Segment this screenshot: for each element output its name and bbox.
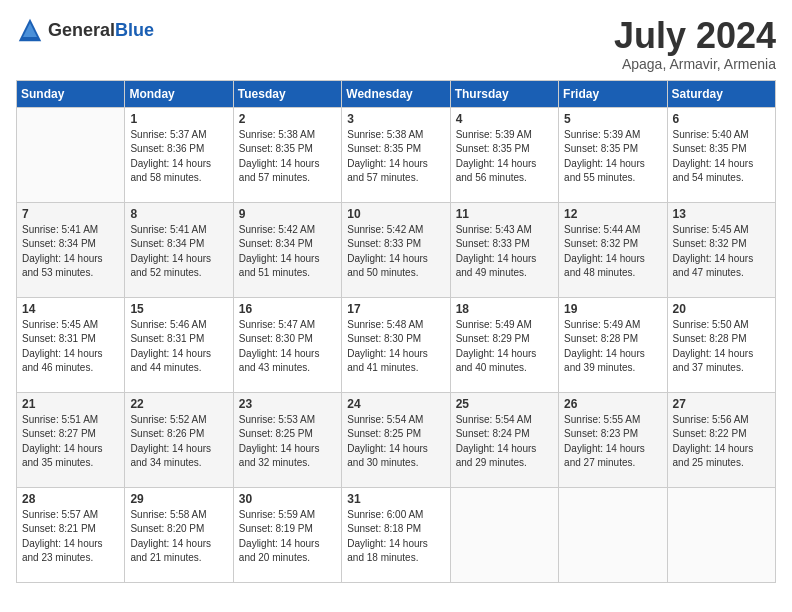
day-number: 28 — [22, 492, 119, 506]
calendar-day-cell: 4 Sunrise: 5:39 AM Sunset: 8:35 PM Dayli… — [450, 107, 558, 202]
day-info: Sunrise: 6:00 AM Sunset: 8:18 PM Dayligh… — [347, 508, 444, 566]
day-info: Sunrise: 5:46 AM Sunset: 8:31 PM Dayligh… — [130, 318, 227, 376]
daylight-text: Daylight: 14 hours and 57 minutes. — [239, 158, 320, 184]
calendar-table: SundayMondayTuesdayWednesdayThursdayFrid… — [16, 80, 776, 583]
day-number: 11 — [456, 207, 553, 221]
daylight-text: Daylight: 14 hours and 43 minutes. — [239, 348, 320, 374]
calendar-day-cell: 15 Sunrise: 5:46 AM Sunset: 8:31 PM Dayl… — [125, 297, 233, 392]
day-number: 8 — [130, 207, 227, 221]
calendar-day-cell: 7 Sunrise: 5:41 AM Sunset: 8:34 PM Dayli… — [17, 202, 125, 297]
sunset-text: Sunset: 8:27 PM — [22, 428, 96, 439]
sunset-text: Sunset: 8:31 PM — [22, 333, 96, 344]
daylight-text: Daylight: 14 hours and 35 minutes. — [22, 443, 103, 469]
calendar-day-cell: 13 Sunrise: 5:45 AM Sunset: 8:32 PM Dayl… — [667, 202, 775, 297]
daylight-text: Daylight: 14 hours and 21 minutes. — [130, 538, 211, 564]
sunset-text: Sunset: 8:35 PM — [456, 143, 530, 154]
weekday-header: Wednesday — [342, 80, 450, 107]
sunrise-text: Sunrise: 5:59 AM — [239, 509, 315, 520]
logo-text: GeneralBlue — [48, 20, 154, 41]
calendar-day-cell: 23 Sunrise: 5:53 AM Sunset: 8:25 PM Dayl… — [233, 392, 341, 487]
sunset-text: Sunset: 8:31 PM — [130, 333, 204, 344]
sunset-text: Sunset: 8:28 PM — [673, 333, 747, 344]
daylight-text: Daylight: 14 hours and 51 minutes. — [239, 253, 320, 279]
day-info: Sunrise: 5:53 AM Sunset: 8:25 PM Dayligh… — [239, 413, 336, 471]
day-info: Sunrise: 5:51 AM Sunset: 8:27 PM Dayligh… — [22, 413, 119, 471]
sunset-text: Sunset: 8:25 PM — [239, 428, 313, 439]
sunrise-text: Sunrise: 5:52 AM — [130, 414, 206, 425]
sunrise-text: Sunrise: 5:41 AM — [22, 224, 98, 235]
day-number: 7 — [22, 207, 119, 221]
daylight-text: Daylight: 14 hours and 55 minutes. — [564, 158, 645, 184]
sunrise-text: Sunrise: 5:57 AM — [22, 509, 98, 520]
day-number: 17 — [347, 302, 444, 316]
sunrise-text: Sunrise: 5:39 AM — [564, 129, 640, 140]
day-number: 19 — [564, 302, 661, 316]
day-number: 18 — [456, 302, 553, 316]
sunset-text: Sunset: 8:34 PM — [239, 238, 313, 249]
sunset-text: Sunset: 8:33 PM — [456, 238, 530, 249]
day-number: 9 — [239, 207, 336, 221]
calendar-day-cell: 20 Sunrise: 5:50 AM Sunset: 8:28 PM Dayl… — [667, 297, 775, 392]
day-number: 26 — [564, 397, 661, 411]
sunrise-text: Sunrise: 6:00 AM — [347, 509, 423, 520]
day-info: Sunrise: 5:42 AM Sunset: 8:34 PM Dayligh… — [239, 223, 336, 281]
sunset-text: Sunset: 8:35 PM — [564, 143, 638, 154]
daylight-text: Daylight: 14 hours and 25 minutes. — [673, 443, 754, 469]
daylight-text: Daylight: 14 hours and 53 minutes. — [22, 253, 103, 279]
month-title: July 2024 — [614, 16, 776, 56]
sunrise-text: Sunrise: 5:50 AM — [673, 319, 749, 330]
calendar-day-cell — [667, 487, 775, 582]
day-info: Sunrise: 5:44 AM Sunset: 8:32 PM Dayligh… — [564, 223, 661, 281]
daylight-text: Daylight: 14 hours and 44 minutes. — [130, 348, 211, 374]
sunset-text: Sunset: 8:36 PM — [130, 143, 204, 154]
daylight-text: Daylight: 14 hours and 23 minutes. — [22, 538, 103, 564]
logo-icon — [16, 16, 44, 44]
weekday-header: Saturday — [667, 80, 775, 107]
day-info: Sunrise: 5:37 AM Sunset: 8:36 PM Dayligh… — [130, 128, 227, 186]
day-info: Sunrise: 5:38 AM Sunset: 8:35 PM Dayligh… — [347, 128, 444, 186]
calendar-day-cell: 16 Sunrise: 5:47 AM Sunset: 8:30 PM Dayl… — [233, 297, 341, 392]
sunset-text: Sunset: 8:30 PM — [239, 333, 313, 344]
calendar-day-cell: 26 Sunrise: 5:55 AM Sunset: 8:23 PM Dayl… — [559, 392, 667, 487]
sunrise-text: Sunrise: 5:39 AM — [456, 129, 532, 140]
daylight-text: Daylight: 14 hours and 20 minutes. — [239, 538, 320, 564]
daylight-text: Daylight: 14 hours and 18 minutes. — [347, 538, 428, 564]
location-title: Apaga, Armavir, Armenia — [614, 56, 776, 72]
day-number: 10 — [347, 207, 444, 221]
calendar-day-cell: 12 Sunrise: 5:44 AM Sunset: 8:32 PM Dayl… — [559, 202, 667, 297]
calendar-week-row: 7 Sunrise: 5:41 AM Sunset: 8:34 PM Dayli… — [17, 202, 776, 297]
day-info: Sunrise: 5:49 AM Sunset: 8:28 PM Dayligh… — [564, 318, 661, 376]
daylight-text: Daylight: 14 hours and 49 minutes. — [456, 253, 537, 279]
calendar-day-cell: 11 Sunrise: 5:43 AM Sunset: 8:33 PM Dayl… — [450, 202, 558, 297]
sunset-text: Sunset: 8:32 PM — [673, 238, 747, 249]
calendar-day-cell: 30 Sunrise: 5:59 AM Sunset: 8:19 PM Dayl… — [233, 487, 341, 582]
sunrise-text: Sunrise: 5:54 AM — [347, 414, 423, 425]
calendar-day-cell: 10 Sunrise: 5:42 AM Sunset: 8:33 PM Dayl… — [342, 202, 450, 297]
sunrise-text: Sunrise: 5:42 AM — [347, 224, 423, 235]
weekday-header: Thursday — [450, 80, 558, 107]
calendar-day-cell: 6 Sunrise: 5:40 AM Sunset: 8:35 PM Dayli… — [667, 107, 775, 202]
calendar-day-cell: 5 Sunrise: 5:39 AM Sunset: 8:35 PM Dayli… — [559, 107, 667, 202]
weekday-header: Monday — [125, 80, 233, 107]
day-info: Sunrise: 5:39 AM Sunset: 8:35 PM Dayligh… — [564, 128, 661, 186]
sunset-text: Sunset: 8:34 PM — [130, 238, 204, 249]
daylight-text: Daylight: 14 hours and 29 minutes. — [456, 443, 537, 469]
daylight-text: Daylight: 14 hours and 50 minutes. — [347, 253, 428, 279]
calendar-day-cell: 18 Sunrise: 5:49 AM Sunset: 8:29 PM Dayl… — [450, 297, 558, 392]
day-number: 22 — [130, 397, 227, 411]
logo-blue: Blue — [115, 20, 154, 40]
calendar-week-row: 1 Sunrise: 5:37 AM Sunset: 8:36 PM Dayli… — [17, 107, 776, 202]
calendar-day-cell: 19 Sunrise: 5:49 AM Sunset: 8:28 PM Dayl… — [559, 297, 667, 392]
sunrise-text: Sunrise: 5:55 AM — [564, 414, 640, 425]
daylight-text: Daylight: 14 hours and 48 minutes. — [564, 253, 645, 279]
sunset-text: Sunset: 8:19 PM — [239, 523, 313, 534]
calendar-week-row: 28 Sunrise: 5:57 AM Sunset: 8:21 PM Dayl… — [17, 487, 776, 582]
day-info: Sunrise: 5:41 AM Sunset: 8:34 PM Dayligh… — [22, 223, 119, 281]
sunset-text: Sunset: 8:33 PM — [347, 238, 421, 249]
sunset-text: Sunset: 8:24 PM — [456, 428, 530, 439]
sunrise-text: Sunrise: 5:38 AM — [347, 129, 423, 140]
day-number: 29 — [130, 492, 227, 506]
day-info: Sunrise: 5:58 AM Sunset: 8:20 PM Dayligh… — [130, 508, 227, 566]
sunrise-text: Sunrise: 5:48 AM — [347, 319, 423, 330]
day-info: Sunrise: 5:48 AM Sunset: 8:30 PM Dayligh… — [347, 318, 444, 376]
